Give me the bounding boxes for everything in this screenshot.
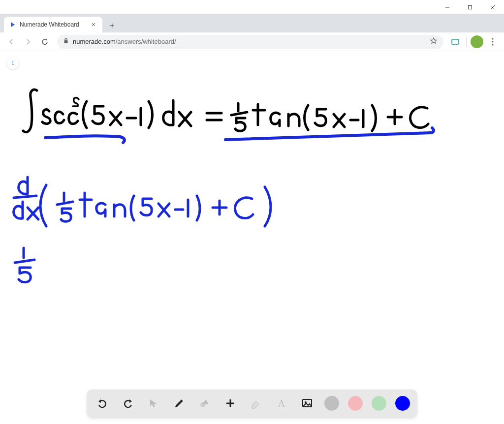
window-minimize-button[interactable]	[436, 0, 459, 15]
svg-marker-14	[129, 399, 132, 403]
pointer-tool[interactable]	[145, 395, 162, 412]
whiteboard-toolbar: A	[87, 390, 417, 417]
color-swatch-pink[interactable]	[348, 396, 363, 411]
whiteboard-canvas[interactable]: 1	[0, 51, 504, 424]
undo-button[interactable]	[94, 395, 111, 412]
color-swatch-green[interactable]	[372, 396, 386, 411]
extension-icon[interactable]	[448, 35, 462, 49]
eraser-tool[interactable]	[248, 395, 264, 412]
browser-menu-button[interactable]	[485, 38, 500, 46]
svg-rect-7	[452, 39, 459, 44]
lock-icon	[63, 38, 69, 45]
address-bar[interactable]: numerade.com/answers/whiteboard/	[57, 35, 443, 49]
window-titlebar	[0, 0, 504, 15]
text-tool[interactable]: A	[273, 395, 290, 412]
svg-marker-16	[203, 399, 209, 404]
browser-toolbar: numerade.com/answers/whiteboard/	[0, 32, 504, 51]
favicon-icon	[9, 21, 17, 29]
tab-title: Numerade Whiteboard	[20, 21, 79, 28]
svg-point-12	[492, 44, 493, 45]
url-path: /answers/whiteboard/	[116, 38, 176, 45]
tab-close-button[interactable]: ×	[90, 21, 97, 29]
profile-avatar-button[interactable]	[471, 35, 483, 48]
svg-marker-13	[98, 399, 101, 403]
reload-button[interactable]	[37, 34, 52, 49]
svg-marker-5	[46, 39, 48, 40]
back-button[interactable]	[4, 34, 19, 49]
svg-marker-4	[11, 22, 15, 27]
url-domain: numerade.com	[73, 38, 116, 45]
equation-line-2	[14, 177, 271, 226]
new-tab-button[interactable]: +	[105, 19, 119, 32]
url-text: numerade.com/answers/whiteboard/	[73, 38, 176, 45]
plus-icon: +	[110, 21, 114, 30]
window-maximize-button[interactable]	[459, 0, 481, 15]
window-close-button[interactable]	[481, 0, 504, 15]
toolbar-separator	[466, 37, 467, 47]
svg-point-11	[492, 41, 493, 42]
svg-rect-1	[469, 5, 472, 9]
shapes-tool[interactable]	[196, 395, 213, 412]
bookmark-star-button[interactable]	[430, 37, 438, 46]
browser-tab-active[interactable]: Numerade Whiteboard ×	[4, 17, 102, 32]
equation-line-3	[15, 248, 34, 282]
forward-button[interactable]	[21, 34, 35, 49]
insert-tool[interactable]	[222, 395, 239, 412]
svg-text:A: A	[278, 398, 285, 409]
svg-point-10	[492, 38, 493, 39]
image-tool[interactable]	[299, 395, 315, 412]
equation-line-1	[23, 90, 428, 132]
redo-button[interactable]	[120, 395, 136, 412]
color-swatch-gray[interactable]	[324, 396, 339, 411]
color-swatch-blue[interactable]	[395, 396, 410, 411]
handwriting-layer	[0, 51, 504, 395]
svg-rect-6	[64, 40, 68, 43]
pen-tool[interactable]	[171, 395, 188, 412]
tab-strip: Numerade Whiteboard × +	[0, 15, 504, 32]
